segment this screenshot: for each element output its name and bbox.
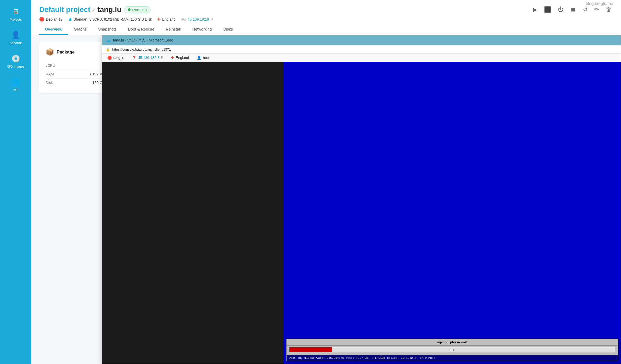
status-label: Running [132, 8, 147, 12]
vnc-ip-item: 📍 45.139.182.8 ⎘ [132, 56, 163, 60]
vcpu-label: vCPU [46, 63, 55, 68]
sidebar: 🖥 Projects 👤 Account 💿 ISO images 🌐 API [0, 0, 31, 364]
sidebar-item-account[interactable]: 👤 Account [0, 26, 31, 50]
sidebar-label-account: Account [10, 41, 22, 45]
location-icon: ✚ [157, 17, 161, 22]
vnc-location-item: ✚ England [171, 56, 189, 60]
vnc-status-text: wget dd, please wait: 2657214176 bytes (… [287, 355, 618, 361]
package-title: 📦 Package [46, 48, 106, 56]
header: Default project › tang.lu Running ▶ ⬛ ⏻ … [31, 0, 621, 35]
content-area: 📦 Package vCPU 3 RAM 8192 MiB Disk 150 G… [31, 35, 621, 364]
ip-prefix: IPs [181, 17, 186, 21]
vnc-server-label: tang.lu [113, 56, 124, 60]
ip-address[interactable]: 45.139.182.8 [188, 17, 209, 21]
vnc-server-icon: 🔴 [107, 56, 112, 60]
breadcrumb-arrow: › [93, 6, 95, 13]
delete-button[interactable]: 🗑 [604, 5, 613, 15]
vnc-window: ☁ tang.lu - VNC - 个人 - Microsoft Edge 🔒 … [102, 35, 621, 364]
status-badge: Running [124, 6, 151, 13]
vnc-progress-bar-outer: 13% [289, 347, 615, 352]
tab-reinstall[interactable]: Reinstall [160, 24, 187, 35]
sidebar-label-projects: Projects [10, 17, 22, 21]
tab-graphs[interactable]: Graphs [68, 24, 92, 35]
projects-icon: 🖥 [12, 7, 19, 16]
vnc-dialog-title-text: wget dd, please wait: [436, 341, 468, 344]
status-dot [128, 8, 131, 11]
vnc-screen: wget dd, please wait: 13% wget dd, pleas… [102, 62, 621, 364]
vnc-location-icon: ✚ [171, 56, 174, 60]
package-title-label: Package [57, 50, 75, 55]
vnc-title-text: tang.lu - VNC - 个人 - Microsoft Edge [113, 38, 173, 43]
server-name: tang.lu [97, 5, 121, 14]
sidebar-label-api: API [13, 88, 19, 92]
lock-icon: 🔒 [106, 47, 110, 51]
vnc-title-icon: ☁ [106, 38, 110, 43]
tab-boot-rescue[interactable]: Boot & Rescue [122, 24, 160, 35]
main-content: Default project › tang.lu Running ▶ ⬛ ⏻ … [31, 0, 621, 364]
tab-snapshots[interactable]: Snapshots [92, 24, 122, 35]
ip-info: IPs 45.139.182.8 ⎘ [181, 17, 213, 21]
toolbar: ▶ ⬛ ⏻ ⏹ ↺ ✏ 🗑 [531, 5, 613, 15]
vnc-dialog-title: wget dd, please wait: [287, 339, 618, 346]
vnc-ip-address[interactable]: 45.139.182.8 [138, 56, 159, 60]
vnc-right-panel: wget dd, please wait: 13% wget dd, pleas… [283, 62, 621, 364]
package-row-ram: RAM 8192 MiB [46, 70, 106, 79]
sidebar-item-iso-images[interactable]: 💿 ISO images [0, 50, 31, 73]
sidebar-label-iso: ISO images [7, 64, 25, 68]
brand-watermark: blog.tanglu.me [586, 0, 613, 6]
os-icon: 🔴 [39, 17, 44, 22]
sidebar-item-api[interactable]: 🌐 API [0, 73, 31, 97]
plan-label: Standart: 3 vCPU, 8192 MiB RAM, 150 GiB … [74, 17, 152, 21]
tab-networking[interactable]: Networking [186, 24, 217, 35]
stop-button[interactable]: ⏹ [569, 5, 578, 15]
os-info: 🔴 Debian 12 [39, 17, 63, 22]
meta-row: 🔴 Debian 12 🖥 Standart: 3 vCPU, 8192 MiB… [39, 17, 613, 22]
vnc-user-icon: 👤 [197, 56, 201, 60]
account-icon: 👤 [11, 31, 20, 39]
vnc-server-item: 🔴 tang.lu [107, 56, 124, 60]
plan-icon: 🖥 [68, 17, 72, 22]
iso-icon: 💿 [11, 54, 20, 63]
vnc-dialog: wget dd, please wait: 13% wget dd, pleas… [286, 339, 618, 361]
tab-disks[interactable]: Disks [217, 24, 239, 35]
os-label: Debian 12 [46, 17, 63, 21]
vnc-progress-label: 13% [289, 347, 615, 353]
project-name[interactable]: Default project [39, 5, 90, 14]
copy-ip-icon[interactable]: ⎘ [211, 17, 213, 21]
vnc-address-bar[interactable]: 🔒 https://console.batu.gg/vnc_client/157… [102, 45, 621, 53]
package-row-vcpu: vCPU 3 [46, 61, 106, 70]
api-icon: 🌐 [11, 78, 20, 86]
vnc-user-label: root [203, 56, 209, 60]
console-button[interactable]: ⬛ [542, 5, 553, 15]
vnc-user-item: 👤 root [197, 56, 209, 60]
restart-button[interactable]: ↺ [581, 5, 589, 15]
package-icon: 📦 [46, 48, 54, 56]
location-label: England [162, 17, 175, 21]
vnc-copy-ip-icon[interactable]: ⎘ [161, 56, 163, 60]
vnc-info-bar: 🔴 tang.lu 📍 45.139.182.8 ⎘ ✚ England 👤 r… [102, 53, 621, 62]
sidebar-item-projects[interactable]: 🖥 Projects [0, 3, 31, 26]
package-row-disk: Disk 150 GiB [46, 79, 106, 87]
power-button[interactable]: ⏻ [556, 5, 565, 15]
breadcrumb: Default project › tang.lu Running [39, 5, 151, 14]
location-info: ✚ England [157, 17, 175, 22]
header-top: Default project › tang.lu Running ▶ ⬛ ⏻ … [39, 5, 613, 15]
plan-info: 🖥 Standart: 3 vCPU, 8192 MiB RAM, 150 Gi… [68, 17, 152, 22]
vnc-ip-icon: 📍 [132, 56, 137, 60]
tab-overview[interactable]: Overview [39, 24, 68, 35]
vnc-title-bar: ☁ tang.lu - VNC - 个人 - Microsoft Edge [102, 35, 621, 45]
edit-button[interactable]: ✏ [593, 5, 601, 15]
ram-label: RAM [46, 72, 54, 76]
vnc-progress-container: 13% [287, 346, 618, 355]
vnc-location-label: England [176, 56, 189, 60]
disk-label: Disk [46, 81, 53, 85]
package-card: 📦 Package vCPU 3 RAM 8192 MiB Disk 150 G… [39, 41, 112, 93]
tabs: Overview Graphs Snapshots Boot & Rescue … [39, 24, 613, 35]
play-button[interactable]: ▶ [531, 5, 539, 15]
vnc-left-panel [102, 62, 283, 364]
vnc-url[interactable]: https://console.batu.gg/vnc_client/1571 [112, 47, 171, 51]
